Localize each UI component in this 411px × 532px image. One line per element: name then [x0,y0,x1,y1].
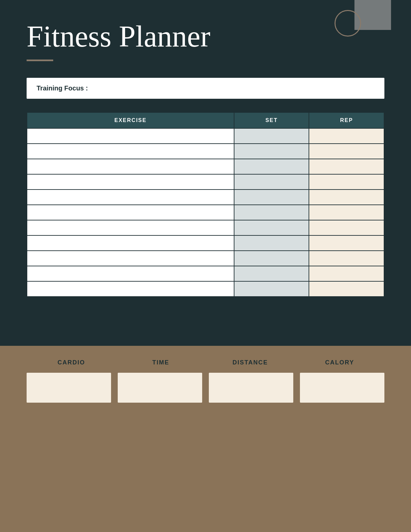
table-row [27,205,384,220]
deco-circle [335,10,361,37]
set-cell[interactable] [234,144,309,159]
rep-cell[interactable] [309,251,384,266]
set-cell[interactable] [234,251,309,266]
table-row [27,144,384,159]
exercise-cell[interactable] [27,128,234,144]
table-row [27,266,384,281]
cardio-col-header-calory: CALORY [295,359,384,366]
exercise-cell[interactable] [27,220,234,235]
set-cell[interactable] [234,190,309,205]
exercise-cell[interactable] [27,159,234,174]
set-header: SET [234,112,309,128]
set-cell[interactable] [234,159,309,174]
exercise-cell[interactable] [27,235,234,251]
table-row [27,128,384,144]
table-row [27,220,384,235]
bottom-section: CARDIO TIME DISTANCE CALORY [0,346,411,532]
page-title: Fitness Planner [27,20,384,53]
rep-cell[interactable] [309,220,384,235]
set-cell[interactable] [234,174,309,190]
rep-cell[interactable] [309,281,384,297]
distance-input-cell[interactable] [209,373,293,403]
exercise-cell[interactable] [27,190,234,205]
rep-cell[interactable] [309,205,384,220]
set-cell[interactable] [234,235,309,251]
training-focus-label: Training Focus : [37,84,88,92]
title-underline [27,60,53,61]
exercise-cell[interactable] [27,251,234,266]
cardio-col-header-cardio: CARDIO [27,359,116,366]
table-row [27,235,384,251]
table-header-row: EXERCISE SET REP [27,112,384,128]
set-cell[interactable] [234,281,309,297]
exercise-cell[interactable] [27,281,234,297]
cardio-input-cell[interactable] [27,373,111,403]
cardio-header-row: CARDIO TIME DISTANCE CALORY [27,359,384,366]
table-row [27,174,384,190]
set-cell[interactable] [234,128,309,144]
table-row [27,281,384,297]
cardio-col-header-distance: DISTANCE [206,359,295,366]
cardio-data-row [27,373,384,403]
rep-cell[interactable] [309,128,384,144]
rep-cell[interactable] [309,144,384,159]
rep-cell[interactable] [309,174,384,190]
exercise-cell[interactable] [27,144,234,159]
exercise-table: EXERCISE SET REP [27,112,384,297]
set-cell[interactable] [234,205,309,220]
rep-cell[interactable] [309,190,384,205]
time-input-cell[interactable] [118,373,202,403]
rep-cell[interactable] [309,159,384,174]
table-row [27,190,384,205]
cardio-col-header-time: TIME [116,359,206,366]
rep-cell[interactable] [309,266,384,281]
calory-input-cell[interactable] [300,373,384,403]
rep-header: REP [309,112,384,128]
table-row [27,251,384,266]
exercise-cell[interactable] [27,205,234,220]
exercise-cell[interactable] [27,174,234,190]
rep-cell[interactable] [309,235,384,251]
set-cell[interactable] [234,220,309,235]
set-cell[interactable] [234,266,309,281]
fitness-planner-page: Fitness Planner Training Focus : EXERCIS… [0,0,411,532]
table-row [27,159,384,174]
top-section: Fitness Planner Training Focus : EXERCIS… [0,0,411,346]
exercise-header: EXERCISE [27,112,234,128]
training-focus-container[interactable]: Training Focus : [27,78,384,99]
exercise-cell[interactable] [27,266,234,281]
